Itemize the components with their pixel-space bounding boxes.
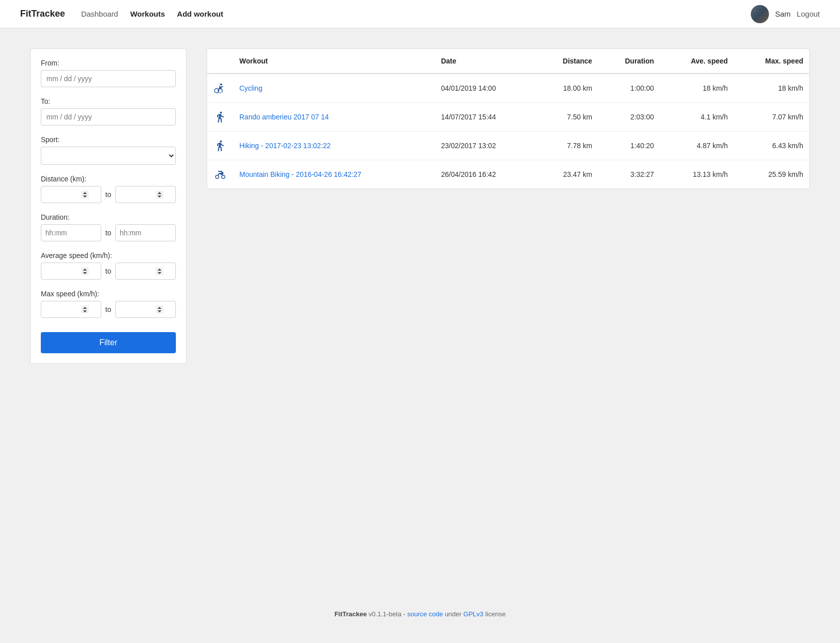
duration-range: to xyxy=(41,224,176,241)
table-row: Rando amberieu 2017 07 1414/07/2017 15:4… xyxy=(207,103,809,132)
table-row: Mountain Biking - 2016-04-26 16:42:2726/… xyxy=(207,160,809,189)
filter-button[interactable]: Filter xyxy=(41,332,176,353)
brand-link[interactable]: FitTrackee xyxy=(20,9,65,19)
avg-speed-group: Average speed (km/h): to xyxy=(41,251,176,280)
table-row: Cycling04/01/2019 14:0018.00 km1:00:0018… xyxy=(207,74,809,103)
sport-group: Sport: Cycling Hiking Mountain Biking xyxy=(41,136,176,165)
sport-icon-cell xyxy=(207,160,233,189)
max-speed-to-wrap xyxy=(115,301,176,318)
col-date: Date xyxy=(435,49,536,74)
sport-icon-cell xyxy=(207,74,233,103)
duration-to-input[interactable] xyxy=(115,224,176,241)
avg-speed-range: to xyxy=(41,263,176,280)
footer-source-code-link[interactable]: source code xyxy=(407,610,443,618)
duration-to-wrap xyxy=(115,224,176,241)
distance-cell: 23.47 km xyxy=(536,160,598,189)
to-label: To: xyxy=(41,97,176,105)
max-speed-to-input[interactable] xyxy=(115,301,176,318)
col-distance: Distance xyxy=(536,49,598,74)
workouts-panel: Workout Date Distance Duration Ave. spee… xyxy=(207,48,810,189)
distance-from-input[interactable] xyxy=(41,186,101,203)
avg-speed-from-wrap xyxy=(41,263,101,280)
duration-cell: 2:03:00 xyxy=(598,103,660,132)
duration-from-input[interactable] xyxy=(41,224,101,241)
max-speed-label: Max speed (km/h): xyxy=(41,290,176,298)
date-cell: 04/01/2019 14:00 xyxy=(435,74,536,103)
avg-speed-to-wrap xyxy=(115,263,176,280)
col-avg-speed: Ave. speed xyxy=(660,49,734,74)
workout-link[interactable]: Hiking - 2017-02-23 13:02:22 xyxy=(239,142,331,150)
nav-dashboard[interactable]: Dashboard xyxy=(81,10,118,18)
avg-speed-from-input[interactable] xyxy=(41,263,101,280)
to-input[interactable] xyxy=(41,108,176,125)
col-workout: Workout xyxy=(233,49,435,74)
max-speed-to-label: to xyxy=(105,305,111,313)
max-speed-cell: 7.07 km/h xyxy=(734,103,809,132)
workout-link[interactable]: Rando amberieu 2017 07 14 xyxy=(239,113,329,121)
workout-link[interactable]: Mountain Biking - 2016-04-26 16:42:27 xyxy=(239,170,361,178)
duration-to-label: to xyxy=(105,229,111,237)
user-name: Sam xyxy=(775,10,791,18)
distance-to-label: to xyxy=(105,190,111,199)
header-row: Workout Date Distance Duration Ave. spee… xyxy=(207,49,809,74)
workout-name-cell: Cycling xyxy=(233,74,435,103)
date-cell: 14/07/2017 15:44 xyxy=(435,103,536,132)
workout-name-cell: Hiking - 2017-02-23 13:02:22 xyxy=(233,132,435,160)
avg-speed-to-input[interactable] xyxy=(115,263,176,280)
max-speed-from-input[interactable] xyxy=(41,301,101,318)
table-header: Workout Date Distance Duration Ave. spee… xyxy=(207,49,809,74)
nav-workouts[interactable]: Workouts xyxy=(130,10,165,18)
duration-cell: 3:32:27 xyxy=(598,160,660,189)
filter-panel: From: To: Sport: Cycling Hiking Mountain… xyxy=(30,48,186,364)
max-speed-cell: 6.43 km/h xyxy=(734,132,809,160)
avg-speed-cell: 18 km/h xyxy=(660,74,734,103)
avatar[interactable] xyxy=(751,5,769,23)
date-cell: 26/04/2016 16:42 xyxy=(435,160,536,189)
sport-icon-cell xyxy=(207,132,233,160)
logout-link[interactable]: Logout xyxy=(797,10,820,18)
date-cell: 23/02/2017 13:02 xyxy=(435,132,536,160)
workout-link[interactable]: Cycling xyxy=(239,84,263,92)
footer-license-suffix: license xyxy=(485,610,505,618)
avg-speed-to-label: to xyxy=(105,267,111,275)
avg-speed-label: Average speed (km/h): xyxy=(41,251,176,260)
col-max-speed: Max. speed xyxy=(734,49,809,74)
nav-add-workout[interactable]: Add workout xyxy=(177,10,223,18)
duration-cell: 1:00:00 xyxy=(598,74,660,103)
col-duration: Duration xyxy=(598,49,660,74)
footer-version: v0.1.1-beta - xyxy=(369,610,408,618)
main-content: From: To: Sport: Cycling Hiking Mountain… xyxy=(0,28,840,384)
distance-to-input[interactable] xyxy=(115,186,176,203)
footer-brand: FitTrackee xyxy=(335,610,367,618)
sport-icon-cell xyxy=(207,103,233,132)
distance-to-wrap xyxy=(115,186,176,203)
workouts-tbody: Cycling04/01/2019 14:0018.00 km1:00:0018… xyxy=(207,74,809,188)
duration-group: Duration: to xyxy=(41,213,176,241)
navbar-right: Sam Logout xyxy=(751,5,820,23)
workout-name-cell: Mountain Biking - 2016-04-26 16:42:27 xyxy=(233,160,435,189)
from-label: From: xyxy=(41,59,176,67)
max-speed-group: Max speed (km/h): to xyxy=(41,290,176,318)
distance-cell: 18.00 km xyxy=(536,74,598,103)
distance-cell: 7.78 km xyxy=(536,132,598,160)
cycling-icon xyxy=(213,81,227,95)
footer-license-link[interactable]: GPLv3 xyxy=(464,610,484,618)
avatar-image xyxy=(751,5,769,23)
duration-label: Duration: xyxy=(41,213,176,221)
mountain-biking-icon xyxy=(213,167,227,181)
max-speed-from-wrap xyxy=(41,301,101,318)
avg-speed-cell: 13.13 km/h xyxy=(660,160,734,189)
from-input[interactable] xyxy=(41,70,176,87)
max-speed-cell: 18 km/h xyxy=(734,74,809,103)
to-group: To: xyxy=(41,97,176,125)
footer: FitTrackee v0.1.1-beta - source code und… xyxy=(0,595,840,633)
table-row: Hiking - 2017-02-23 13:02:2223/02/2017 1… xyxy=(207,132,809,160)
footer-license-text: under xyxy=(445,610,464,618)
distance-range: to xyxy=(41,186,176,203)
hiking-icon xyxy=(213,110,227,124)
duration-from-wrap xyxy=(41,224,101,241)
max-speed-cell: 25.59 km/h xyxy=(734,160,809,189)
col-icon xyxy=(207,49,233,74)
workout-name-cell: Rando amberieu 2017 07 14 xyxy=(233,103,435,132)
sport-select[interactable]: Cycling Hiking Mountain Biking xyxy=(41,147,176,165)
